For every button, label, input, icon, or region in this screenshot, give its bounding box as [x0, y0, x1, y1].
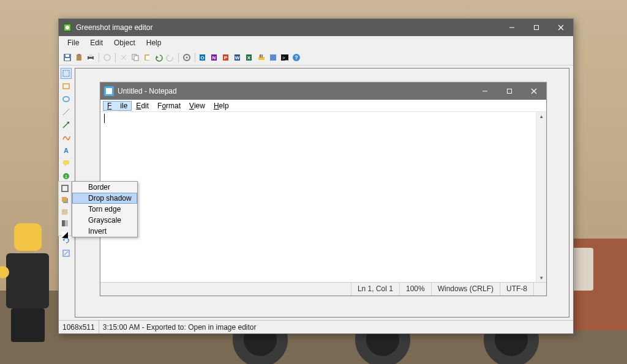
effects-item-grayscale[interactable]: Grayscale	[72, 215, 137, 226]
print-icon[interactable]	[86, 53, 96, 62]
svg-rect-43	[63, 84, 69, 89]
copy-icon[interactable]	[130, 53, 140, 62]
cmd-icon[interactable]: >_	[280, 53, 290, 62]
toolbar-sep	[115, 53, 116, 62]
maximize-button[interactable]	[524, 19, 549, 36]
svg-rect-36	[261, 54, 263, 58]
greenshot-window: Greenshot image editor File Edit Object …	[58, 18, 574, 334]
notepad-close-button[interactable]	[522, 83, 546, 100]
menu-edit[interactable]: Edit	[85, 37, 108, 48]
fx-invert-icon[interactable]	[59, 230, 70, 240]
undo-icon[interactable]	[154, 53, 163, 62]
menu-help[interactable]: Help	[141, 37, 167, 48]
help-icon[interactable]: ?	[291, 53, 301, 62]
resize-grip-icon[interactable]	[533, 283, 546, 295]
tool-rect-icon[interactable]	[61, 81, 72, 92]
toolbar-sep	[178, 53, 179, 62]
tool-ellipse-icon[interactable]	[61, 94, 72, 105]
svg-point-2	[66, 26, 69, 29]
tool-resize-icon[interactable]	[61, 248, 72, 259]
svg-rect-67	[65, 220, 68, 226]
fx-torn-icon[interactable]	[59, 207, 70, 217]
tool-cursor-icon[interactable]	[61, 68, 72, 79]
menu-object[interactable]: Object	[109, 37, 140, 48]
svg-text:1: 1	[65, 174, 68, 179]
tool-arrow-icon[interactable]	[61, 119, 72, 130]
notepad-status-eol: Windows (CRLF)	[431, 283, 500, 295]
greenshot-app-icon	[62, 23, 72, 32]
redo-icon[interactable]	[165, 53, 175, 62]
notepad-text-area[interactable]: ▴ ▾	[100, 112, 546, 282]
fx-shadow-icon[interactable]	[59, 195, 70, 205]
fx-border-icon[interactable]	[59, 184, 70, 193]
notepad-menu-format[interactable]: Format	[153, 101, 185, 111]
outlook-icon[interactable]: O	[198, 53, 208, 62]
notepad-menu-help[interactable]: Help	[209, 101, 233, 111]
external-icon[interactable]	[268, 53, 278, 62]
minimize-button[interactable]	[500, 19, 524, 36]
svg-text:A: A	[64, 147, 69, 154]
svg-text:O: O	[200, 55, 204, 61]
clipboard-icon[interactable]	[74, 53, 84, 62]
tool-counter-icon[interactable]: 1	[61, 171, 72, 182]
svg-rect-4	[535, 26, 539, 30]
svg-rect-19	[134, 56, 138, 61]
tool-freehand-icon[interactable]	[61, 132, 72, 143]
svg-rect-65	[62, 197, 67, 202]
notepad-title: Untitled - Notepad	[118, 87, 473, 95]
notepad-status-pos: Ln 1, Col 1	[351, 283, 399, 295]
svg-rect-21	[146, 56, 149, 60]
svg-rect-37	[270, 54, 276, 61]
close-button[interactable]	[549, 19, 573, 36]
settings-icon[interactable]	[182, 53, 192, 62]
greenshot-titlebar[interactable]: Greenshot image editor	[59, 19, 573, 36]
greenshot-title: Greenshot image editor	[76, 23, 500, 32]
wallpaper-minifig	[3, 223, 52, 346]
notepad-status-enc: UTF-8	[500, 283, 533, 295]
tool-speech-icon[interactable]	[61, 158, 72, 169]
notepad-window: Untitled - Notepad File Edit Format View…	[100, 82, 547, 296]
effects-item-torn-edge[interactable]: Torn edge	[72, 204, 137, 215]
paste-icon[interactable]	[142, 53, 152, 62]
excel-icon[interactable]: X	[245, 53, 255, 62]
onenote-icon[interactable]: N	[210, 53, 220, 62]
greenshot-canvas[interactable]: Untitled - Notepad File Edit Format View…	[75, 68, 569, 318]
notepad-menu-file[interactable]: File	[103, 101, 132, 111]
svg-rect-35	[260, 54, 261, 58]
scroll-down-icon[interactable]: ▾	[538, 275, 544, 281]
effects-item-border[interactable]: Border	[72, 182, 137, 193]
svg-rect-63	[62, 185, 68, 191]
svg-rect-11	[78, 54, 80, 56]
notepad-status-zoom: 100%	[399, 283, 431, 295]
powerpoint-icon[interactable]: P	[222, 53, 231, 62]
menu-file[interactable]: File	[62, 37, 84, 48]
tool-text-icon[interactable]: A	[61, 145, 72, 156]
notepad-maximize-button[interactable]	[497, 83, 522, 100]
notepad-menu-view[interactable]: View	[185, 101, 209, 111]
svg-line-45	[63, 109, 69, 115]
save-icon[interactable]	[62, 53, 72, 62]
svg-text:W: W	[235, 55, 240, 61]
notepad-menubar: File Edit Format View Help	[100, 100, 546, 112]
word-icon[interactable]: W	[233, 53, 243, 62]
fx-gray-icon[interactable]	[59, 218, 70, 228]
notepad-menu-edit[interactable]: Edit	[132, 101, 153, 111]
notepad-minimize-button[interactable]	[473, 83, 497, 100]
notepad-app-icon	[104, 86, 114, 96]
notepad-titlebar[interactable]: Untitled - Notepad	[100, 83, 546, 100]
tool-line-icon[interactable]	[61, 106, 72, 117]
cut-icon[interactable]	[119, 53, 129, 62]
notepad-scrollbar[interactable]: ▴ ▾	[536, 112, 546, 282]
svg-line-46	[63, 122, 69, 128]
effects-item-drop-shadow[interactable]: Drop shadow	[72, 193, 137, 204]
mspaint-icon[interactable]	[257, 53, 266, 62]
notepad-statusbar: Ln 1, Col 1 100% Windows (CRLF) UTF-8	[100, 282, 546, 295]
svg-text:P: P	[224, 55, 228, 61]
svg-line-55	[64, 251, 68, 255]
text-cursor	[104, 114, 105, 123]
svg-text:N: N	[212, 55, 216, 61]
greenshot-toolbar: O N P W X >_ ?	[59, 50, 573, 65]
undo-disabled-icon	[102, 53, 112, 62]
effects-item-invert[interactable]: Invert	[72, 226, 137, 237]
scroll-up-icon[interactable]: ▴	[538, 113, 544, 119]
